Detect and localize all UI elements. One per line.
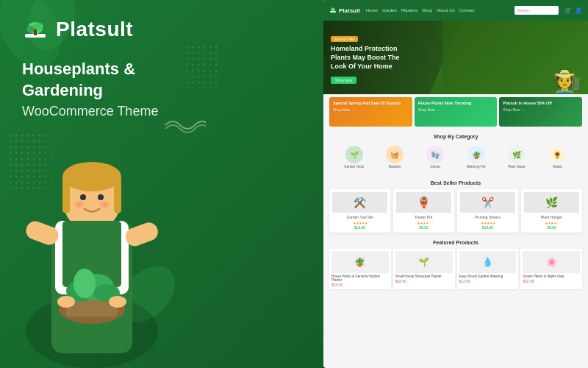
website-preview: Platsult Home Garden Planters Shop About…: [323, 0, 588, 368]
hero-title: Homeland Protection Plants May Boost The…: [331, 45, 404, 71]
product-4-price: $9.00: [524, 225, 579, 230]
featured-1[interactable]: 🪴 House Plants & Genuine Hudson Planter …: [329, 249, 391, 289]
featured-2-img: 🌱: [395, 251, 453, 273]
cat-icon-gloves: 🧤: [426, 146, 444, 163]
svg-point-18: [100, 202, 109, 208]
featured-1-name: House Plants & Genuine Hudson Planter: [331, 275, 389, 282]
product-2[interactable]: 🏺 Flower Pot ★★★★☆ $8.50: [393, 189, 454, 233]
category-plantstand[interactable]: 🌿 Plant Stand: [498, 146, 535, 169]
svg-point-27: [74, 269, 96, 298]
cat-label-plantstand: Plant Stand: [498, 165, 535, 169]
featured-section: Featured Products 🪴 House Plants & Genui…: [323, 237, 588, 292]
category-seeds[interactable]: 🌻 Seeds: [539, 146, 576, 169]
category-list: 🌱 Garden Tools 🧺 Baskets 🧤 Gloves 🪴 Wate…: [329, 143, 582, 171]
svg-point-17: [75, 202, 84, 208]
person-illustration: [15, 74, 169, 368]
svg-point-7: [33, 23, 43, 30]
header-icons: 🛒 👤: [564, 7, 582, 14]
featured-3-name: Easy Round Garden Watering: [459, 275, 517, 278]
promo-1-btn[interactable]: Shop Now →: [333, 107, 409, 112]
featured-2-price: $18.00: [395, 279, 453, 283]
featured-4-name: Grown Plants In Water Vase: [523, 275, 580, 278]
cat-icon-baskets: 🧺: [386, 146, 404, 163]
product-1-name: Garden Tool Set: [332, 215, 387, 219]
promo-2: House Plants Now Trending Shop Now →: [415, 97, 498, 127]
cat-icon-seeds: 🌻: [548, 146, 566, 163]
featured-1-img: 🪴: [331, 251, 389, 273]
category-section: Shop By Category 🌱 Garden Tools 🧺 Basket…: [323, 130, 588, 176]
nav-planters: Planters: [401, 8, 417, 13]
hero-badge: Special Offer: [331, 36, 358, 42]
category-title: Shop By Category: [329, 134, 582, 139]
product-3-name: Pruning Shears: [460, 215, 515, 219]
promo-3: Platsult In House 50% Off Shop Now →: [499, 97, 582, 127]
website-search[interactable]: Search...: [514, 6, 559, 15]
product-2-price: $8.50: [396, 225, 451, 230]
category-garden-tools[interactable]: 🌱 Garden Tools: [335, 146, 373, 169]
featured-1-price: $24.00: [331, 283, 389, 287]
promo-strip: Special Spring And Sale Of Season Shop N…: [323, 94, 588, 130]
svg-point-15: [80, 194, 86, 200]
hero-cta-button[interactable]: Shop Now: [331, 77, 356, 84]
svg-rect-14: [114, 177, 121, 213]
hero-text: Special Offer Homeland Protection Plants…: [331, 30, 404, 84]
product-4[interactable]: 🌿 Plant Hanger ★★★★☆ $9.00: [521, 189, 582, 233]
brand-area: Platsult: [22, 16, 133, 43]
cat-label-garden: Garden Tools: [335, 165, 373, 169]
featured-title: Featured Products: [329, 240, 582, 245]
cat-icon-plantstand: 🌿: [508, 146, 526, 163]
svg-point-29: [109, 296, 126, 308]
user-icon: 👤: [575, 7, 582, 14]
nav-home: Home: [366, 8, 378, 13]
website-nav: Home Garden Planters Shop About Us Conta…: [366, 8, 509, 13]
website-header: Platsult Home Garden Planters Shop About…: [323, 0, 588, 21]
nav-garden: Garden: [382, 8, 397, 13]
svg-point-31: [331, 8, 335, 12]
product-1-img: ⚒️: [332, 192, 387, 213]
promo-2-btn[interactable]: Shop Now →: [418, 107, 494, 112]
product-3-img: ✂️: [460, 192, 515, 213]
right-panel: Platsult Home Garden Planters Shop About…: [323, 0, 588, 368]
featured-2[interactable]: 🌱 Small House Showcase Planter $18.00: [393, 249, 455, 289]
promo-3-title: Platsult In House 50% Off: [503, 101, 578, 106]
featured-3[interactable]: 💧 Easy Round Garden Watering $12.00: [457, 249, 519, 289]
bestseller-section: Best Seller Products ⚒️ Garden Tool Set …: [323, 176, 588, 237]
product-3[interactable]: ✂️ Pruning Shears ★★★★★ $15.00: [457, 189, 518, 233]
svg-point-28: [57, 296, 75, 308]
brand-logo: [22, 16, 49, 43]
product-4-img: 🌿: [524, 192, 579, 213]
logo-icon: [22, 16, 49, 43]
cart-icon: 🛒: [564, 7, 572, 14]
svg-point-16: [98, 194, 104, 200]
cat-label-seeds: Seeds: [539, 165, 576, 169]
featured-3-img: 💧: [459, 251, 517, 273]
category-gloves[interactable]: 🧤 Gloves: [417, 146, 454, 169]
site-logo-icon: [329, 7, 337, 14]
promo-3-btn[interactable]: Shop Now →: [503, 107, 578, 112]
product-1[interactable]: ⚒️ Garden Tool Set ★★★★★ $12.00: [329, 189, 390, 233]
search-placeholder: Search...: [517, 8, 532, 13]
hero-section: 🧑‍🌾 Special Offer Homeland Protection Pl…: [323, 21, 588, 94]
featured-2-name: Small House Showcase Planter: [395, 275, 453, 278]
promo-2-title: House Plants Now Trending: [418, 101, 494, 106]
product-3-price: $15.00: [460, 225, 515, 230]
nav-about: About Us: [437, 8, 455, 13]
category-watering[interactable]: 🪴 Watering Pot: [457, 146, 495, 169]
promo-1-title: Special Spring And Sale Of Season: [333, 101, 409, 106]
nav-shop: Shop: [422, 8, 432, 13]
hero-image-bg: 🧑‍🌾: [442, 21, 588, 94]
svg-point-12: [62, 162, 121, 191]
cat-icon-garden: 🌱: [345, 146, 363, 163]
featured-3-price: $12.00: [459, 279, 517, 283]
website-logo: Platsult: [329, 7, 360, 14]
svg-rect-13: [62, 177, 70, 213]
promo-1: Special Spring And Sale Of Season Shop N…: [329, 97, 412, 127]
left-panel: Platsult Houseplants & Gardening WooComm…: [0, 0, 331, 368]
products-grid: ⚒️ Garden Tool Set ★★★★★ $12.00 🏺 Flower…: [329, 189, 582, 233]
category-baskets[interactable]: 🧺 Baskets: [376, 146, 413, 169]
featured-4[interactable]: 🌸 Grown Plants In Water Vase $32.00: [520, 249, 582, 289]
cat-icon-watering: 🪴: [467, 146, 485, 163]
product-1-price: $12.00: [332, 225, 387, 230]
product-2-name: Flower Pot: [396, 215, 451, 219]
featured-4-price: $32.00: [523, 279, 580, 283]
